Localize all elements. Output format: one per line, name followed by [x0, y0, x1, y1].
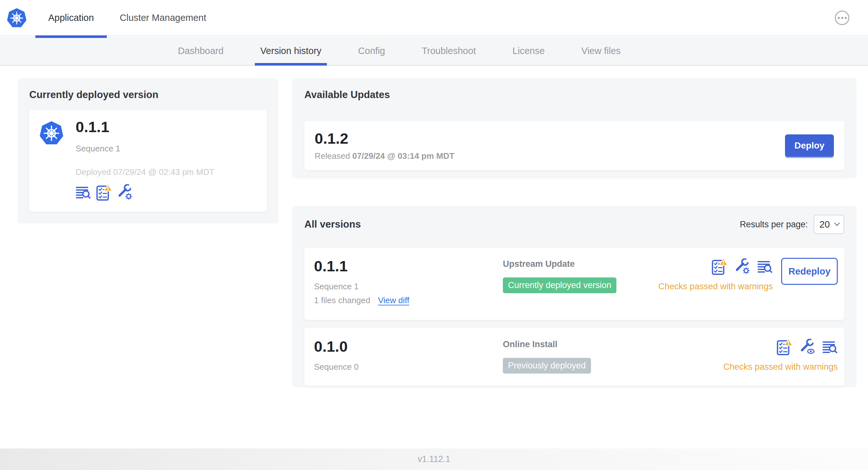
- available-update-row: 0.1.2 Released 07/29/24 @ 03:14 pm MDT D…: [304, 121, 844, 170]
- released-date: 07/29/24 @ 03:14 pm MDT: [352, 151, 454, 161]
- all-versions-card: All versions Results per page: 20 0.1.1 …: [292, 206, 857, 388]
- version-history-page: Application Cluster Management Dashboard…: [0, 0, 868, 470]
- version-row-source: Upstream Update Currently deployed versi…: [503, 258, 658, 311]
- version-row-actions: Checks passed with warnings: [723, 338, 838, 377]
- ellipsis-icon: [845, 17, 847, 19]
- kubernetes-logo-icon: [6, 7, 27, 28]
- tab-application[interactable]: Application: [35, 0, 107, 35]
- update-version-number: 0.1.2: [315, 130, 454, 147]
- chevron-down-icon: [834, 220, 840, 226]
- deploy-button[interactable]: Deploy: [785, 134, 834, 157]
- ellipsis-icon: [841, 17, 843, 19]
- ellipsis-menu-button[interactable]: [835, 11, 849, 25]
- preflight-checks-warning-icon[interactable]: [712, 258, 728, 275]
- released-label: Released: [315, 151, 350, 161]
- currently-deployed-badge: Currently deployed version: [503, 277, 616, 293]
- version-row-0-1-1: 0.1.1 Sequence 1 1 files changed View di…: [304, 247, 844, 320]
- view-diff-link[interactable]: View diff: [378, 296, 409, 305]
- currently-deployed-version-panel: 0.1.1 Sequence 1 Deployed 07/29/24 @ 02:…: [29, 110, 267, 212]
- version-row-actions: Checks passed with warnings Redeploy: [658, 258, 838, 311]
- version-row-info: 0.1.0 Sequence 0: [314, 338, 503, 377]
- results-per-page-label: Results per page:: [740, 220, 808, 230]
- ellipsis-icon: [838, 17, 840, 19]
- row-version-number: 0.1.0: [314, 338, 503, 355]
- tab-version-history[interactable]: Version history: [242, 37, 340, 65]
- preflight-checks-warning-icon[interactable]: [777, 338, 793, 356]
- tab-troubleshoot[interactable]: Troubleshoot: [403, 37, 494, 65]
- preflight-status-link[interactable]: Checks passed with warnings: [658, 281, 773, 292]
- current-version-deployed-timestamp: Deployed 07/29/24 @ 02:43 pm MDT: [75, 167, 214, 177]
- tab-view-files[interactable]: View files: [563, 37, 639, 65]
- row-sequence: Sequence 1: [314, 281, 503, 292]
- kubernetes-app-icon: [39, 120, 64, 146]
- version-row-actions-group: Checks passed with warnings: [723, 338, 838, 372]
- redeploy-button[interactable]: Redeploy: [781, 258, 838, 285]
- results-per-page-select[interactable]: 20: [814, 215, 844, 234]
- preflight-status-link[interactable]: Checks passed with warnings: [723, 362, 838, 372]
- current-version-number: 0.1.1: [75, 119, 214, 135]
- release-notes-icon[interactable]: [75, 186, 91, 199]
- version-row-source: Online Install Previously deployed: [503, 338, 723, 377]
- currently-deployed-card: Currently deployed version 0.1.1 Sequenc…: [18, 78, 278, 224]
- row-action-icons: [712, 258, 773, 275]
- version-row-0-1-0: 0.1.0 Sequence 0 Online Install Previous…: [304, 328, 844, 386]
- available-updates-card: Available Updates 0.1.2 Released 07/29/2…: [292, 78, 857, 178]
- previously-deployed-badge: Previously deployed: [503, 358, 591, 374]
- current-version-info: 0.1.1 Sequence 1 Deployed 07/29/24 @ 02:…: [75, 119, 214, 203]
- all-versions-title: All versions: [304, 219, 361, 230]
- results-per-page-value: 20: [819, 219, 830, 230]
- current-version-actions: [75, 183, 214, 201]
- currently-deployed-title: Currently deployed version: [29, 89, 267, 101]
- update-released-timestamp: Released 07/29/24 @ 03:14 pm MDT: [315, 151, 454, 161]
- tab-dashboard[interactable]: Dashboard: [160, 37, 242, 65]
- row-source-label: Online Install: [503, 339, 723, 349]
- app-footer: v1.112.1: [0, 448, 868, 470]
- edit-config-icon[interactable]: [117, 184, 133, 200]
- available-update-info: 0.1.2 Released 07/29/24 @ 03:14 pm MDT: [315, 130, 454, 161]
- results-per-page: Results per page: 20: [740, 215, 844, 234]
- version-row-info: 0.1.1 Sequence 1 1 files changed View di…: [314, 258, 503, 311]
- tab-license[interactable]: License: [494, 37, 563, 65]
- tab-config[interactable]: Config: [340, 37, 403, 65]
- edit-config-icon[interactable]: [735, 259, 750, 274]
- row-source-label: Upstream Update: [503, 259, 658, 269]
- all-versions-header: All versions Results per page: 20: [304, 215, 844, 234]
- tab-cluster-management[interactable]: Cluster Management: [107, 0, 219, 35]
- release-notes-icon[interactable]: [757, 260, 773, 273]
- row-sequence: Sequence 0: [314, 362, 503, 372]
- view-config-icon[interactable]: [800, 339, 815, 355]
- files-changed-label: 1 files changed: [314, 296, 370, 305]
- console-version: v1.112.1: [417, 454, 451, 464]
- app-header: Application Cluster Management: [0, 0, 868, 36]
- row-action-icons: [777, 338, 838, 356]
- app-subnav: Dashboard Version history Config Trouble…: [0, 37, 868, 66]
- preflight-checks-warning-icon[interactable]: [96, 183, 112, 201]
- row-version-number: 0.1.1: [314, 258, 503, 274]
- current-version-sequence: Sequence 1: [75, 144, 214, 154]
- row-files-changed: 1 files changed View diff: [314, 296, 503, 305]
- release-notes-icon[interactable]: [822, 340, 838, 354]
- version-row-actions-group: Checks passed with warnings: [658, 258, 773, 292]
- header-tabs: Application Cluster Management: [35, 0, 219, 35]
- available-updates-title: Available Updates: [304, 89, 844, 101]
